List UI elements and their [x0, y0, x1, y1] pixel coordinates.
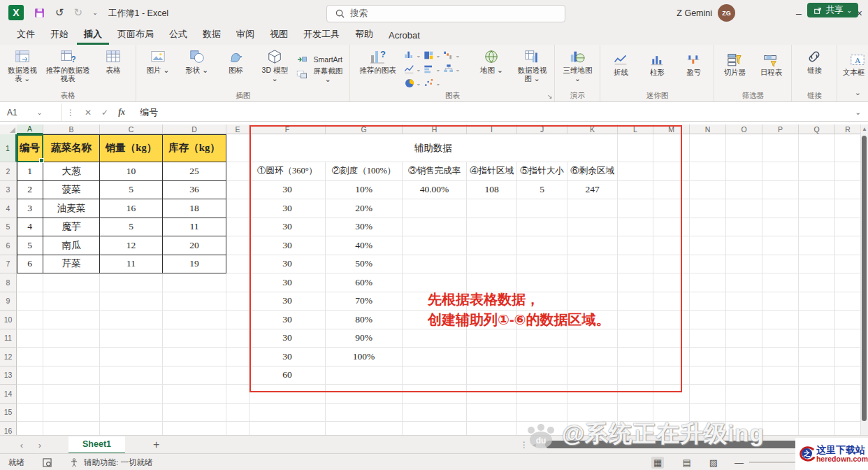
cell-C14[interactable] — [100, 385, 163, 404]
horizontal-scroll-thumb[interactable] — [545, 441, 829, 448]
cell-M12[interactable] — [653, 348, 690, 366]
cell-F9[interactable]: 30 — [249, 292, 326, 311]
map-chart-button[interactable]: 地图 ⌄ — [472, 46, 511, 91]
cell-Q5[interactable] — [799, 218, 835, 237]
undo-icon[interactable]: ↺ — [55, 6, 64, 19]
cell-C4[interactable]: 16 — [100, 199, 163, 218]
cell-L5[interactable] — [618, 218, 653, 237]
cell-J14[interactable] — [517, 385, 567, 404]
cell-M3[interactable] — [653, 181, 690, 200]
picture-button[interactable]: 图片 ⌄ — [139, 46, 177, 91]
cell-J9[interactable] — [517, 292, 567, 311]
normal-view-icon[interactable]: ▦ — [651, 457, 664, 469]
cell-G15[interactable] — [326, 404, 403, 422]
column-header-M[interactable]: M — [653, 124, 690, 134]
row-header-8[interactable]: 8 — [0, 273, 17, 292]
cell-G14[interactable] — [326, 385, 403, 404]
cell-G5[interactable]: 30% — [326, 218, 403, 237]
cell-E3[interactable] — [226, 181, 249, 200]
cell-M13[interactable] — [653, 366, 690, 385]
cell-D1[interactable]: 库存（kg） — [163, 134, 226, 162]
cell-D15[interactable] — [163, 404, 226, 422]
cell-P13[interactable] — [762, 366, 799, 385]
prev-sheet-icon[interactable]: ‹ — [13, 440, 31, 450]
cell-F4[interactable]: 30 — [249, 199, 326, 218]
cell-N15[interactable] — [690, 404, 726, 422]
cell-M16[interactable] — [653, 422, 690, 435]
cell-N5[interactable] — [690, 218, 726, 237]
cell-G9[interactable]: 70% — [326, 292, 403, 311]
cell-A7[interactable]: 6 — [17, 255, 43, 274]
cell-Q12[interactable] — [799, 348, 835, 366]
cell-C1[interactable]: 销量（kg） — [100, 134, 163, 162]
minimize-button[interactable]: – — [796, 8, 802, 18]
cell-J6[interactable] — [517, 236, 567, 255]
row-header-3[interactable]: 3 — [0, 181, 17, 200]
cell-Q7[interactable] — [799, 255, 835, 274]
row-header-2[interactable]: 2 — [0, 162, 17, 181]
cell-B4[interactable]: 油麦菜 — [43, 199, 100, 218]
cell-B13[interactable] — [43, 366, 100, 385]
cell-F7[interactable]: 30 — [249, 255, 326, 274]
cell-P9[interactable] — [762, 292, 799, 311]
cell-R3[interactable] — [835, 181, 861, 200]
scroll-up-icon[interactable]: ▲ — [861, 126, 868, 132]
sparkline-column-button[interactable]: 柱形 — [639, 51, 674, 86]
cell-I14[interactable] — [467, 385, 517, 404]
cell-O13[interactable] — [726, 366, 762, 385]
cell-Q6[interactable] — [799, 236, 835, 255]
cell-K12[interactable] — [567, 348, 618, 366]
cell-I11[interactable] — [467, 329, 517, 348]
cell-N8[interactable] — [690, 273, 726, 292]
formula-options-icon[interactable]: ⋮ — [62, 108, 80, 118]
cell-R8[interactable] — [835, 273, 861, 292]
cell-A5[interactable]: 4 — [17, 218, 43, 237]
cell-B3[interactable]: 菠菜 — [43, 181, 100, 200]
cell-P3[interactable] — [762, 181, 799, 200]
cell-N10[interactable] — [690, 311, 726, 329]
cell-G6[interactable]: 40% — [326, 236, 403, 255]
cell-A2[interactable]: 1 — [17, 162, 43, 181]
cell-P11[interactable] — [762, 329, 799, 348]
cell-J3[interactable]: 5 — [517, 181, 567, 200]
cell-M10[interactable] — [653, 311, 690, 329]
cell-K15[interactable] — [567, 404, 618, 422]
cell-J7[interactable] — [517, 255, 567, 274]
cell-G16[interactable] — [326, 422, 403, 435]
cell-Q13[interactable] — [799, 366, 835, 385]
cell-F6[interactable]: 30 — [249, 236, 326, 255]
cell-B1[interactable]: 蔬菜名称 — [43, 134, 100, 162]
cell-O16[interactable] — [726, 422, 762, 435]
cell-N2[interactable] — [690, 162, 726, 181]
cell-M7[interactable] — [653, 255, 690, 274]
cell-L1[interactable] — [618, 134, 653, 162]
cell-K10[interactable] — [567, 311, 618, 329]
save-icon[interactable] — [34, 7, 45, 19]
cell-K7[interactable] — [567, 255, 618, 274]
cell-L9[interactable] — [618, 292, 653, 311]
link-button[interactable]: 链接 — [795, 46, 834, 91]
cell-H14[interactable] — [403, 385, 467, 404]
avatar[interactable]: ZG — [718, 4, 735, 22]
cell-N16[interactable] — [690, 422, 726, 435]
vertical-scrollbar[interactable]: ▲ ▼ — [860, 124, 868, 450]
cell-C3[interactable]: 5 — [100, 181, 163, 200]
cancel-entry-icon[interactable]: ✕ — [80, 108, 96, 118]
cell-A10[interactable] — [17, 311, 43, 329]
row-header-14[interactable]: 14 — [0, 385, 17, 404]
cell-N9[interactable] — [690, 292, 726, 311]
cell-Q3[interactable] — [799, 181, 835, 200]
share-button[interactable]: 共享 ⌄ — [807, 3, 858, 17]
column-header-A[interactable]: A — [17, 124, 43, 134]
formula-content[interactable]: 编号 — [140, 106, 855, 119]
cell-B6[interactable]: 南瓜 — [43, 236, 100, 255]
cell-L3[interactable] — [618, 181, 653, 200]
cell-B7[interactable]: 芹菜 — [43, 255, 100, 274]
column-header-H[interactable]: H — [403, 124, 467, 134]
cell-Q16[interactable] — [799, 422, 835, 435]
cell-G3[interactable]: 10% — [326, 181, 403, 200]
cell-M1[interactable] — [653, 134, 690, 162]
cell-H7[interactable] — [403, 255, 467, 274]
cell-L15[interactable] — [618, 404, 653, 422]
cell-G2[interactable]: ②刻度（100%） — [326, 162, 403, 181]
